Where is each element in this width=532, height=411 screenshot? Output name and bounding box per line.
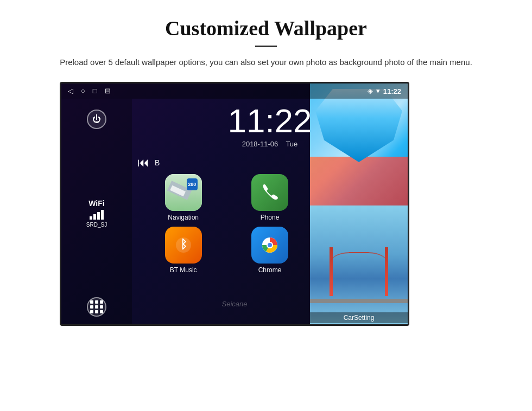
media-skip-prev-icon[interactable]: ⏮	[137, 156, 149, 170]
chrome-app-label: Chrome	[258, 266, 282, 274]
nav-badge: 280	[187, 178, 198, 190]
status-bar-right: ◈ ▾ 11:22	[368, 87, 401, 95]
ice-shape	[315, 89, 402, 162]
svg-point-7	[268, 243, 272, 247]
bt-svg-icon: ᛒ	[172, 233, 195, 257]
wifi-label: WiFi	[86, 199, 107, 208]
status-bar: ◁ ○ □ ⊟ ◈ ▾ 11:22	[61, 84, 408, 99]
list-item[interactable]: ᛒ BT Music	[143, 227, 224, 274]
list-item[interactable]: Phone	[229, 174, 310, 221]
wifi-widget: WiFi SRD_SJ	[86, 199, 107, 228]
phone-app-label: Phone	[261, 214, 280, 221]
media-title: B	[155, 158, 160, 167]
bt-music-app-label: BT Music	[170, 266, 197, 274]
wifi-bar-4	[101, 210, 104, 220]
wallpaper-ice	[310, 84, 408, 206]
location-status-icon: ◈	[368, 87, 373, 95]
bridge-cable-right	[349, 252, 388, 277]
wifi-bar-2	[93, 214, 96, 220]
navigation-app-icon[interactable]: 280	[165, 174, 202, 211]
android-screen: ◁ ○ □ ⊟ ◈ ▾ 11:22 ⏻	[60, 82, 409, 326]
watermark: Seicane	[222, 300, 248, 308]
apps-grid-icon	[90, 300, 103, 313]
bt-music-app-icon[interactable]: ᛒ	[165, 227, 202, 264]
wifi-signal-bars	[86, 210, 107, 220]
chrome-app-icon[interactable]	[251, 227, 288, 264]
bridge-road	[310, 299, 408, 303]
page-title: Customized Wallpaper	[33, 16, 499, 40]
wifi-status-icon: ▾	[376, 87, 380, 95]
wifi-ssid: SRD_SJ	[86, 222, 107, 228]
back-icon: ◁	[68, 87, 73, 95]
phone-svg-icon	[258, 181, 282, 204]
wallpaper-previews: CarSetting	[310, 84, 408, 326]
recent-icon: □	[93, 87, 97, 95]
screen-container: ◁ ○ □ ⊟ ◈ ▾ 11:22 ⏻	[60, 82, 472, 326]
status-time: 11:22	[383, 87, 401, 95]
carsetting-label: CarSetting	[310, 312, 408, 323]
wifi-bar-3	[97, 212, 100, 220]
home-icon: ○	[81, 87, 85, 95]
screenshot-icon: ⊟	[105, 87, 111, 95]
list-item[interactable]: 280 Navigation	[143, 174, 224, 221]
list-item[interactable]: Chrome	[229, 227, 310, 274]
status-bar-left: ◁ ○ □ ⊟	[68, 87, 111, 95]
chrome-svg-icon	[258, 233, 282, 257]
apps-button[interactable]	[87, 297, 106, 317]
phone-app-icon[interactable]	[251, 174, 288, 211]
navigation-app-label: Navigation	[168, 214, 199, 221]
title-divider	[255, 46, 277, 47]
svg-text:ᛒ: ᛒ	[180, 237, 187, 251]
wifi-bar-1	[90, 216, 92, 220]
wallpaper-bridge	[310, 206, 408, 326]
page-wrapper: Customized Wallpaper Preload over 5 defa…	[0, 0, 532, 337]
page-subtitle: Preload over 5 default wallpaper options…	[33, 56, 499, 69]
power-icon: ⏻	[92, 114, 101, 124]
power-button[interactable]: ⏻	[87, 110, 106, 129]
sidebar: ⏻ WiFi SRD_SJ	[61, 99, 132, 326]
